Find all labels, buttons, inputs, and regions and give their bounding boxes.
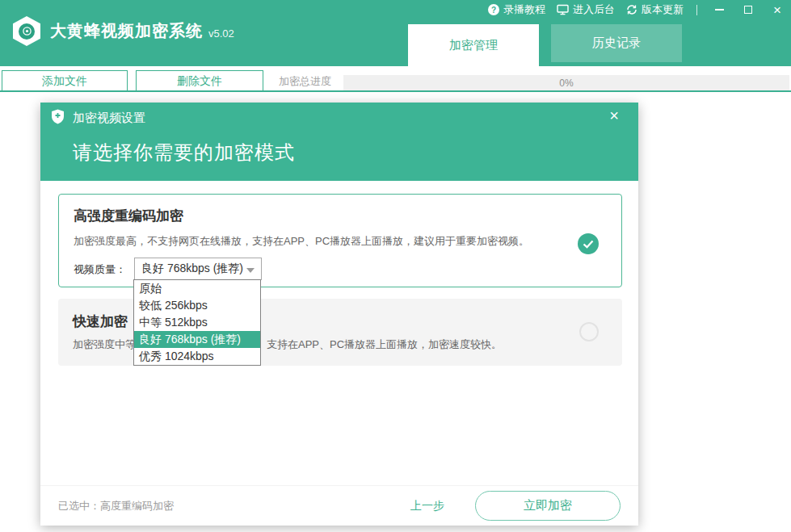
video-quality-label: 视频质量： xyxy=(74,262,126,277)
dialog-body: 高强度重编码加密 加密强度最高，不支持网页在线播放，支持在APP、PC播放器上面… xyxy=(40,181,638,485)
check-icon xyxy=(583,240,594,249)
menu-tutorial[interactable]: ? 录播教程 xyxy=(488,2,545,17)
dropdown-option-256kbps[interactable]: 较低 256kbps xyxy=(134,297,260,314)
menu-backend[interactable]: 进入后台 xyxy=(557,2,615,17)
tab-history[interactable]: 历史记录 xyxy=(551,24,682,62)
chevron-down-icon xyxy=(246,268,255,273)
maximize-button[interactable] xyxy=(739,2,757,18)
menu-update[interactable]: 版本更新 xyxy=(626,2,684,17)
dropdown-option-original[interactable]: 原始 xyxy=(134,280,260,297)
mode-high-description: 加密强度最高，不支持网页在线播放，支持在APP、PC播放器上面播放，建议用于重要… xyxy=(74,234,529,249)
video-quality-dropdown: 原始 较低 256kbps 中等 512kbps 良好 768kbps (推荐)… xyxy=(133,279,261,366)
mode-high-selected-check[interactable] xyxy=(578,233,599,254)
dialog-header-label: 加密视频设置 xyxy=(73,111,145,126)
add-file-button[interactable]: 添加文件 xyxy=(2,70,128,92)
menu-update-label: 版本更新 xyxy=(642,2,684,17)
app-version: v5.02 xyxy=(208,27,234,40)
monitor-icon xyxy=(557,4,569,15)
file-toolbar: 添加文件 删除文件 加密总进度 0% xyxy=(0,66,791,91)
dialog-title: 请选择你需要的加密模式 xyxy=(73,140,295,165)
maximize-icon xyxy=(744,6,752,14)
encryption-settings-dialog: 加密视频设置 × 请选择你需要的加密模式 高强度重编码加密 加密强度最高，不支持… xyxy=(40,103,638,526)
tab-encryption-management[interactable]: 加密管理 xyxy=(408,24,539,66)
minimize-icon xyxy=(715,9,724,10)
close-button[interactable]: × xyxy=(768,2,786,18)
dialog-header-row: 加密视频设置 xyxy=(51,109,145,127)
dropdown-option-1024kbps[interactable]: 优秀 1024kbps xyxy=(134,348,260,365)
app-header: ? 录播教程 进入后台 版本更新 × xyxy=(0,0,791,66)
help-circle-icon: ? xyxy=(488,4,499,15)
delete-file-button[interactable]: 删除文件 xyxy=(136,70,263,92)
minimize-button[interactable] xyxy=(710,2,728,18)
mode-fast-description-start: 加密强度中等 xyxy=(73,337,136,352)
content-top-divider xyxy=(0,90,791,92)
top-menubar: ? 录播教程 进入后台 版本更新 × xyxy=(488,0,786,19)
dialog-close-icon[interactable]: × xyxy=(609,107,619,124)
mode-high-title: 高强度重编码加密 xyxy=(74,207,183,225)
total-progress-label: 加密总进度 xyxy=(279,74,331,89)
video-quality-value: 良好 768kbps (推荐) xyxy=(135,262,243,276)
dropdown-option-512kbps[interactable]: 中等 512kbps xyxy=(134,314,260,331)
menu-backend-label: 进入后台 xyxy=(573,2,615,17)
dialog-footer: 已选中：高度重编码加密 上一步 立即加密 xyxy=(40,485,638,526)
mode-fast-radio[interactable] xyxy=(579,322,599,341)
window-controls-divider xyxy=(696,5,697,15)
close-icon: × xyxy=(773,3,781,17)
app-brand: 大黄蜂视频加密系统 v5.02 xyxy=(13,16,234,46)
selected-mode-status: 已选中：高度重编码加密 xyxy=(58,499,174,513)
dropdown-option-768kbps-selected[interactable]: 良好 768kbps (推荐) xyxy=(134,331,260,348)
video-quality-select[interactable]: 良好 768kbps (推荐) xyxy=(134,258,262,280)
menu-tutorial-label: 录播教程 xyxy=(503,2,545,17)
encrypt-now-button[interactable]: 立即加密 xyxy=(475,491,621,521)
dialog-header: 加密视频设置 × 请选择你需要的加密模式 xyxy=(40,103,638,181)
mode-fast-description-end: 支持在APP、PC播放器上面播放，加密速度较快。 xyxy=(267,337,502,352)
mode-fast-title: 快速加密 xyxy=(73,312,128,331)
previous-step-button[interactable]: 上一步 xyxy=(410,499,444,513)
app-logo-icon xyxy=(13,16,40,46)
shield-plus-icon xyxy=(51,109,65,127)
app-title: 大黄蜂视频加密系统 xyxy=(50,20,203,42)
refresh-icon xyxy=(626,4,637,15)
svg-text:?: ? xyxy=(491,6,496,15)
app-window: ? 录播教程 进入后台 版本更新 × xyxy=(0,0,791,532)
mode-card-high-strength[interactable]: 高强度重编码加密 加密强度最高，不支持网页在线播放，支持在APP、PC播放器上面… xyxy=(58,194,622,287)
total-progress-bar: 0% xyxy=(343,75,789,90)
total-progress-value: 0% xyxy=(559,77,573,89)
